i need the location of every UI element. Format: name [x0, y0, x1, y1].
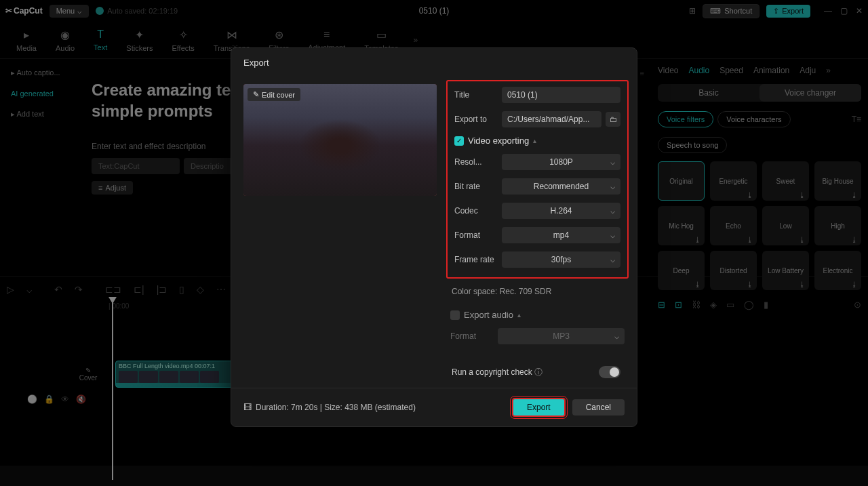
edit-cover-button[interactable]: ✎Edit cover	[248, 88, 300, 101]
title-input[interactable]: 0510 (1)	[502, 87, 620, 103]
cancel-button[interactable]: Cancel	[572, 399, 625, 416]
colorspace-info: Color space: Rec. 709 SDR	[450, 285, 625, 306]
format-select[interactable]: mp4	[502, 227, 620, 243]
export-preview: ✎Edit cover	[243, 84, 437, 196]
highlight-box: Title 0510 (1) Export to C:/Users/ahmad/…	[446, 80, 629, 279]
audio-export-section[interactable]: Export audio ▴	[450, 310, 625, 320]
film-icon: 🎞	[243, 403, 252, 412]
folder-icon: 🗀	[610, 115, 617, 123]
resolution-select[interactable]: 1080P	[502, 154, 620, 170]
pencil-icon: ✎	[253, 90, 259, 99]
export-dialog: Export ✎Edit cover Title 0510 (1) Export…	[231, 47, 637, 427]
expand-icon[interactable]: ▴	[517, 311, 521, 319]
audio-format-label: Format	[450, 331, 498, 341]
expand-icon[interactable]: ▴	[533, 137, 536, 144]
bitrate-label: Bit rate	[454, 182, 502, 191]
copyright-label: Run a copyright check	[452, 367, 532, 377]
codec-label: Codec	[454, 206, 502, 216]
export-info: 🎞Duration: 7m 20s | Size: 438 MB (estima…	[243, 403, 416, 412]
title-label: Title	[454, 90, 502, 100]
video-export-section[interactable]: ✓ Video exporting ▴	[454, 136, 620, 146]
bitrate-select[interactable]: Recommended	[502, 178, 620, 195]
export-confirm-button[interactable]: Export	[512, 398, 566, 417]
exportto-label: Export to	[454, 115, 502, 124]
info-icon[interactable]: ⓘ	[534, 367, 542, 377]
codec-select[interactable]: H.264	[502, 203, 620, 219]
checkbox-off-icon[interactable]	[450, 310, 460, 320]
exportto-input[interactable]: C:/Users/ahmad/App...	[502, 111, 601, 127]
resolution-label: Resol...	[454, 157, 502, 167]
fps-select[interactable]: 30fps	[502, 251, 620, 268]
fps-label: Frame rate	[454, 255, 502, 264]
audio-format-select: MP3	[498, 328, 625, 344]
browse-folder-button[interactable]: 🗀	[606, 112, 620, 127]
copyright-toggle[interactable]	[599, 366, 620, 378]
format-label: Format	[454, 230, 502, 240]
checkbox-on-icon[interactable]: ✓	[454, 136, 464, 146]
dialog-title: Export	[231, 48, 637, 77]
